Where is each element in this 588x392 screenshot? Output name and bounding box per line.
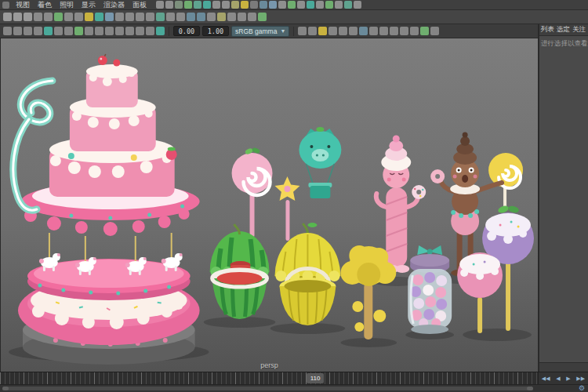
status-line-icons[interactable]: [3, 13, 267, 21]
range-slider[interactable]: ⚙: [0, 384, 588, 392]
image-plane-icon[interactable]: [194, 1, 201, 9]
curve-tool-icon[interactable]: [335, 1, 343, 9]
select-camera-icon[interactable]: [156, 1, 164, 9]
joint-xray-icon[interactable]: [307, 1, 314, 9]
pig-balloon-model[interactable]: [299, 127, 341, 198]
rotate-tool-icon[interactable]: [95, 13, 103, 21]
star-wand-model[interactable]: [274, 176, 299, 241]
menu-shading[interactable]: 着色: [34, 0, 55, 10]
open-scene-icon[interactable]: [13, 13, 22, 21]
camera-attributes-icon[interactable]: [175, 1, 183, 9]
isolate-select-icon[interactable]: [316, 1, 324, 9]
res-gate-icon[interactable]: [115, 27, 124, 35]
render-settings-icon[interactable]: [207, 13, 216, 21]
gate-mask-icon[interactable]: [125, 27, 134, 35]
make-live-icon[interactable]: [156, 13, 165, 21]
cake-carousel-model[interactable]: [13, 54, 200, 365]
camera-lock-icon[interactable]: [85, 27, 93, 35]
paint-effects-icon[interactable]: [227, 13, 236, 21]
view-transform-dropdown[interactable]: sRGB gamma ▼: [231, 26, 289, 37]
dof-icon[interactable]: [369, 27, 378, 35]
viewport-cap-icon[interactable]: [430, 27, 439, 35]
fog-icon[interactable]: [359, 27, 368, 35]
occlusion-icon[interactable]: [339, 27, 347, 35]
bookmark-icon[interactable]: [184, 1, 192, 9]
viewport-scene[interactable]: [1, 38, 538, 372]
xray-icon[interactable]: [400, 27, 408, 35]
xray-icon[interactable]: [297, 1, 305, 9]
step-back-icon[interactable]: ◀◀: [542, 376, 550, 382]
scale-tool-icon[interactable]: [34, 27, 42, 35]
poly-tool-icon[interactable]: [344, 1, 352, 9]
sculpt-icon[interactable]: [248, 13, 256, 21]
menu-show[interactable]: 显示: [78, 0, 99, 10]
snap-plane-icon[interactable]: [146, 13, 154, 21]
grid-icon[interactable]: [95, 27, 103, 35]
play-back-icon[interactable]: ◀: [556, 376, 560, 382]
ipr-render-icon[interactable]: [197, 13, 205, 21]
depth-peel-icon[interactable]: [288, 1, 296, 9]
construction-icon[interactable]: [176, 13, 185, 21]
backface-icon[interactable]: [410, 27, 419, 35]
ae-menu-selected[interactable]: 选定: [557, 25, 570, 34]
range-slider-bar[interactable]: [2, 387, 533, 390]
ae-menu-focus[interactable]: 关注: [572, 25, 586, 34]
range-end-handle[interactable]: [527, 387, 533, 390]
lighting-all-icon[interactable]: [318, 27, 327, 35]
shaded-mode-icon[interactable]: [222, 1, 230, 9]
make-live-icon[interactable]: [74, 27, 83, 35]
rotate-tool-icon[interactable]: [24, 27, 32, 35]
redo-icon[interactable]: [44, 13, 53, 21]
animation-preferences-icon[interactable]: ⚙: [579, 384, 585, 392]
snap-grid-icon[interactable]: [44, 27, 53, 35]
viewport-toolbar-left-icons[interactable]: [3, 27, 165, 35]
current-frame-indicator[interactable]: 110: [307, 373, 324, 383]
perspective-viewport[interactable]: persp: [0, 38, 538, 372]
move-tool-icon[interactable]: [13, 27, 22, 35]
texture-display-icon[interactable]: [420, 27, 429, 35]
screen-ao-icon[interactable]: [260, 1, 267, 9]
viewport-toolbar-right-icons[interactable]: [298, 27, 439, 35]
safe-action-icon[interactable]: [136, 27, 144, 35]
move-tool-icon[interactable]: [85, 13, 93, 21]
snap-point-icon[interactable]: [136, 13, 144, 21]
uv-editor-icon[interactable]: [258, 13, 267, 21]
wireframe-on-shaded-icon[interactable]: [298, 27, 307, 35]
step-forward-icon[interactable]: ▶▶: [576, 376, 585, 382]
play-forward-icon[interactable]: ▶: [566, 376, 570, 382]
field-chart-icon[interactable]: [354, 1, 361, 9]
exposure-field[interactable]: [173, 26, 200, 36]
multisample-icon[interactable]: [278, 1, 286, 9]
lasso-select-icon[interactable]: [64, 13, 73, 21]
snap-curve-icon[interactable]: [125, 13, 134, 21]
textured-mode-icon[interactable]: [231, 1, 239, 9]
scale-tool-icon[interactable]: [105, 13, 114, 21]
default-material-icon[interactable]: [308, 27, 317, 35]
safe-title-icon[interactable]: [146, 27, 154, 35]
history-icon[interactable]: [166, 13, 175, 21]
select-mode-icon[interactable]: [54, 13, 63, 21]
wireframe-icon[interactable]: [212, 1, 220, 9]
lock-camera-icon[interactable]: [165, 1, 173, 9]
shadows-icon[interactable]: [250, 1, 258, 9]
select-tool-icon[interactable]: [3, 27, 12, 35]
hypershade-icon[interactable]: [217, 13, 226, 21]
range-start-handle[interactable]: [2, 387, 9, 390]
toon-icon[interactable]: [238, 13, 246, 21]
time-slider-ticks[interactable]: 110: [0, 372, 538, 384]
isolate-select-icon[interactable]: [390, 27, 398, 35]
menu-panels[interactable]: 面板: [129, 0, 150, 10]
snap-grid-icon[interactable]: [115, 13, 124, 21]
motion-blur-icon[interactable]: [269, 1, 277, 9]
antialias-icon[interactable]: [379, 27, 388, 35]
ae-menu-list[interactable]: 列表: [541, 25, 554, 34]
undo-icon[interactable]: [34, 13, 42, 21]
fill-mode-icon[interactable]: [156, 27, 165, 35]
new-scene-icon[interactable]: [3, 13, 12, 21]
lights-icon[interactable]: [241, 1, 249, 9]
paint-select-icon[interactable]: [74, 13, 83, 21]
berry-pop-pink-model[interactable]: [457, 252, 503, 333]
menu-renderer[interactable]: 渲染器: [100, 0, 128, 10]
lollipop-model[interactable]: [232, 147, 273, 238]
menu-view[interactable]: 视图: [13, 0, 33, 10]
